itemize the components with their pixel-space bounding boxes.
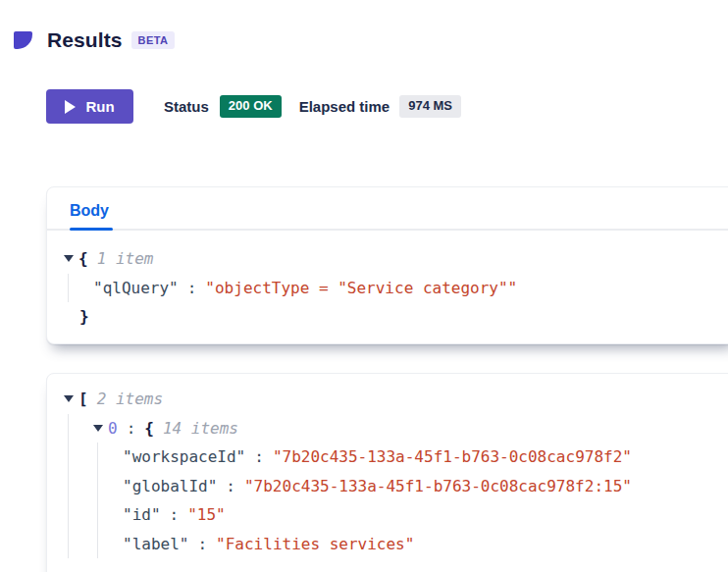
json-key: "workspaceId" — [123, 447, 245, 466]
json-viewer-response: [2 items 0:{14 items "workspaceId":"7b20… — [47, 374, 728, 558]
json-colon: : — [170, 505, 180, 524]
json-entry-row: "label":"Facilities services" — [123, 530, 728, 559]
request-body-card: Body {1 item "qlQuery":"objectType = "Se… — [46, 186, 728, 344]
json-viewer-request: {1 item "qlQuery":"objectType = "Service… — [47, 231, 728, 332]
json-string-value: "15" — [187, 505, 226, 524]
json-item-count: 14 items — [163, 419, 238, 438]
json-entry-row: "globalId":"7b20c435-133a-45f1-b763-0c08… — [123, 472, 728, 501]
collapse-toggle-icon[interactable] — [64, 255, 74, 262]
json-colon: : — [226, 477, 235, 495]
json-item-count: 1 item — [97, 249, 154, 268]
elapsed-time-label: Elapsed time — [299, 98, 390, 115]
json-children: 0:{14 items "workspaceId":"7b20c435-133a… — [68, 414, 728, 559]
json-item-count: 2 items — [97, 390, 163, 408]
json-key: "id" — [123, 505, 161, 524]
json-entry-row: "id":"15" — [123, 500, 728, 530]
json-close-brace: } — [79, 307, 89, 326]
run-button[interactable]: Run — [46, 89, 133, 124]
elapsed-time-badge: 974 MS — [399, 95, 461, 118]
collapse-toggle-icon[interactable] — [64, 395, 74, 402]
toolbar: Run Status 200 OK Elapsed time 974 MS — [46, 89, 461, 124]
tab-body[interactable]: Body — [70, 202, 109, 229]
json-colon: : — [187, 279, 197, 297]
json-open-bracket: [ — [78, 390, 88, 408]
json-array-index: 0 — [108, 419, 118, 438]
play-icon — [65, 100, 76, 114]
results-panel: Results BETA Run Status 200 OK Elapsed t… — [0, 0, 728, 572]
status-badge: 200 OK — [220, 95, 282, 118]
json-root-row: {1 item — [64, 244, 728, 274]
run-button-label: Run — [85, 98, 114, 115]
json-colon: : — [197, 535, 207, 553]
json-key: "qlQuery" — [93, 279, 179, 297]
json-open-brace: { — [144, 419, 154, 438]
json-key: "label" — [123, 535, 188, 553]
status-label: Status — [164, 98, 209, 115]
json-entry-row: "workspaceId":"7b20c435-133a-45f1-b763-0… — [123, 442, 728, 472]
header: Results BETA — [14, 28, 175, 52]
json-colon: : — [127, 419, 136, 438]
response-body-card: [2 items 0:{14 items "workspaceId":"7b20… — [46, 373, 728, 572]
json-children: "qlQuery":"objectType = "Service categor… — [68, 274, 728, 303]
json-children: "workspaceId":"7b20c435-133a-45f1-b763-0… — [97, 442, 728, 558]
json-colon: : — [254, 447, 264, 466]
json-entry-row: "qlQuery":"objectType = "Service categor… — [93, 274, 728, 303]
json-root-row: [2 items — [64, 385, 728, 414]
json-string-value: "objectType = "Service category"" — [205, 279, 517, 297]
json-close-row: } — [64, 302, 728, 332]
json-string-value: "7b20c435-133a-45f1-b763-0c08cac978f2:15… — [244, 477, 632, 495]
beta-badge: BETA — [131, 31, 176, 49]
json-string-value: "7b20c435-133a-45f1-b763-0c08cac978f2" — [273, 447, 632, 466]
json-string-value: "Facilities services" — [216, 535, 414, 553]
json-open-brace: { — [78, 249, 88, 268]
tab-bar: Body — [47, 187, 728, 231]
collapse-toggle-icon[interactable] — [93, 425, 103, 432]
json-array-item-row: 0:{14 items — [93, 414, 728, 443]
json-key: "globalId" — [123, 477, 217, 495]
quarter-circle-icon — [14, 31, 32, 49]
page-title: Results — [47, 28, 123, 52]
